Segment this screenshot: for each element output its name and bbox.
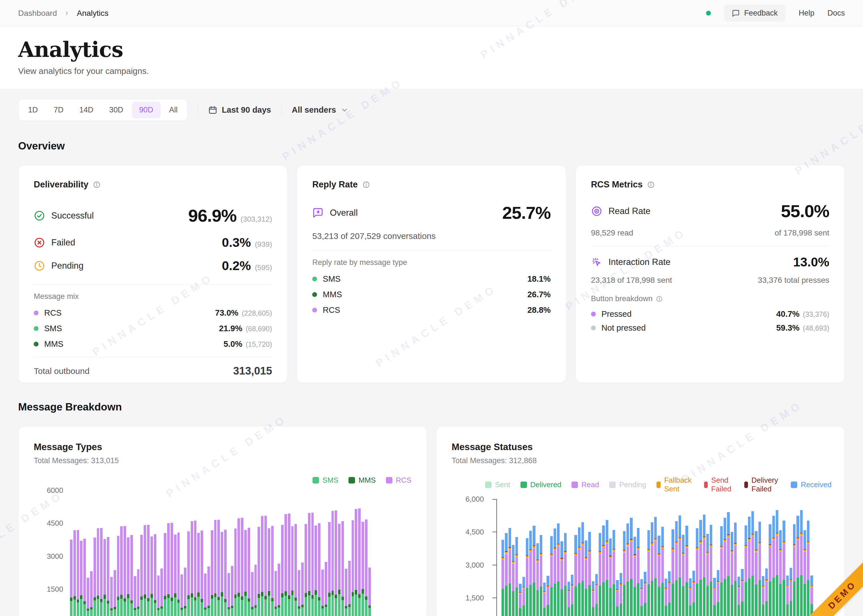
docs-link[interactable]: Docs: [827, 9, 845, 17]
bar: [675, 521, 678, 616]
bar-segment: [107, 601, 109, 603]
bar-segment: [137, 607, 140, 609]
range-button-14d[interactable]: 14D: [72, 102, 101, 118]
bar-segment: [254, 608, 257, 616]
bar: [630, 518, 632, 616]
not-pressed-value: 59.3%: [776, 323, 800, 333]
breadcrumb-dashboard-link[interactable]: Dashboard: [18, 9, 57, 18]
bar: [187, 531, 190, 616]
bar-segment: [217, 597, 220, 600]
bar-segment: [598, 586, 601, 616]
bar-segment: [762, 576, 764, 586]
range-button-all[interactable]: All: [162, 102, 185, 118]
bar-segment: [671, 530, 674, 548]
bar-segment: [644, 572, 646, 583]
bar: [585, 541, 587, 616]
bar: [288, 514, 290, 616]
help-link[interactable]: Help: [799, 9, 814, 17]
overall-label: Overall: [330, 208, 357, 218]
bar-segment: [137, 569, 140, 607]
bar: [543, 583, 546, 616]
bar-segment: [581, 545, 584, 581]
bar-segment: [765, 601, 768, 616]
bar-segment: [546, 576, 549, 586]
legend-item: SMS: [312, 476, 338, 485]
bar-segment: [288, 599, 290, 616]
bar-segment: [803, 552, 806, 584]
bar-segment: [181, 574, 183, 608]
bar-segment: [130, 603, 133, 616]
feedback-button[interactable]: Feedback: [724, 5, 786, 22]
reply-mms-label: MMS: [323, 290, 342, 299]
message-types-title: Message Types: [34, 442, 411, 453]
bar-segment: [281, 525, 283, 593]
bar-segment: [578, 583, 581, 616]
bar-segment: [335, 595, 337, 599]
info-icon[interactable]: [647, 181, 655, 189]
bar-segment: [741, 602, 743, 616]
bar-segment: [298, 570, 300, 607]
bar-segment: [727, 576, 729, 616]
bar-segment: [536, 562, 539, 590]
bar: [214, 520, 217, 616]
bar-segment: [515, 588, 518, 616]
bar: [523, 577, 525, 616]
bar-segment: [703, 515, 706, 537]
bar-segment: [308, 513, 310, 591]
bar-segment: [244, 596, 247, 616]
bar-segment: [181, 610, 183, 616]
pending-label: Pending: [51, 261, 83, 271]
bar-segment: [772, 578, 775, 616]
info-icon[interactable]: [656, 295, 663, 302]
bar-segment: [571, 586, 573, 604]
bar-segment: [241, 518, 243, 597]
sms-dot: [312, 277, 317, 281]
bar-segment: [268, 591, 270, 596]
bar-segment: [123, 602, 126, 616]
bar-segment: [207, 606, 210, 608]
divider: [34, 357, 272, 358]
bar-segment: [338, 524, 340, 590]
range-button-7d[interactable]: 7D: [46, 102, 71, 118]
bar-segment: [797, 578, 799, 616]
legend-swatch: [572, 481, 578, 488]
bar-segment: [668, 603, 671, 616]
bar: [254, 565, 257, 616]
bar-segment: [616, 607, 619, 616]
legend-item: Fallback Sent: [657, 476, 694, 493]
bar-segment: [505, 554, 507, 586]
date-range-button[interactable]: Last 90 days: [208, 105, 271, 115]
bar-segment: [630, 579, 632, 616]
info-icon[interactable]: [93, 181, 101, 189]
message-types-plot: 01500300045006000: [70, 490, 371, 616]
bar-segment: [191, 521, 193, 593]
bar: [693, 571, 695, 616]
bar-segment: [258, 594, 260, 597]
bar-segment: [727, 512, 729, 534]
bar-segment: [217, 520, 220, 597]
bar-segment: [588, 585, 591, 616]
bar-segment: [335, 511, 337, 594]
bar-segment: [543, 608, 546, 616]
y-tick-label: 3,000: [453, 561, 484, 570]
bar: [244, 530, 247, 616]
range-button-1d[interactable]: 1D: [20, 102, 45, 118]
sender-select[interactable]: All senders: [292, 105, 348, 115]
info-icon[interactable]: [362, 181, 370, 189]
range-button-30d[interactable]: 30D: [102, 102, 131, 118]
bar-segment: [285, 596, 287, 616]
bar-segment: [800, 536, 803, 575]
bar-segment: [613, 530, 615, 549]
bar-segment: [807, 580, 809, 616]
range-button-90d[interactable]: 90D: [132, 102, 161, 118]
bar-segment: [285, 514, 287, 592]
message-types-subtitle: Total Messages: 313,015: [34, 456, 411, 465]
bar-segment: [501, 589, 504, 616]
bar-segment: [679, 540, 681, 578]
bar: [606, 520, 608, 616]
bar-segment: [609, 539, 612, 556]
bar-segment: [294, 524, 297, 597]
bar-segment: [561, 541, 563, 558]
bar: [201, 531, 203, 616]
bar-segment: [574, 586, 577, 616]
